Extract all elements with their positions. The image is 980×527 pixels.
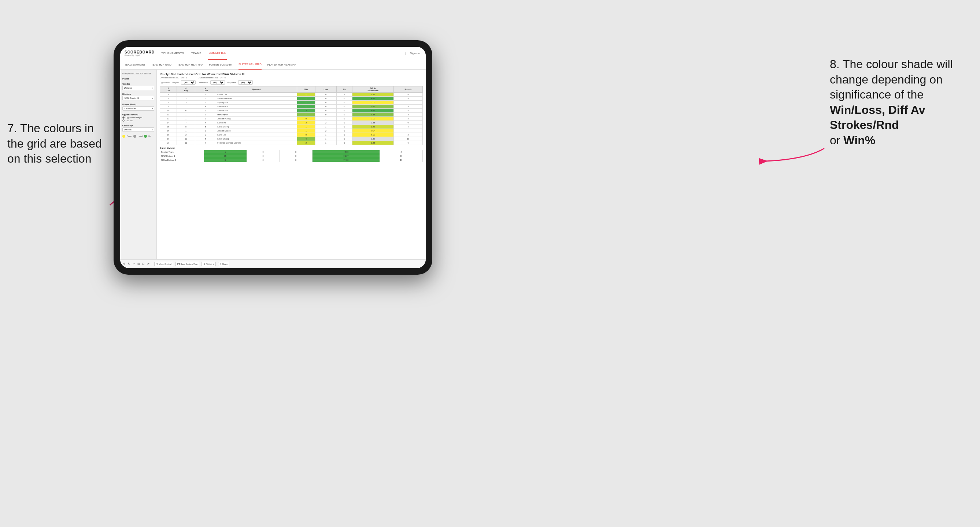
- step-back-icon[interactable]: ↩: [133, 262, 135, 265]
- paste-icon[interactable]: ⊟: [142, 262, 145, 265]
- sub-nav-player-h2h-heatmap[interactable]: PLAYER H2H HEATMAP: [267, 60, 296, 70]
- cell-div: 10: [160, 109, 177, 113]
- annotation-left: 7. The colours in the grid are based on …: [7, 121, 106, 167]
- cell-loss: 1: [315, 137, 336, 141]
- nav-item-teams[interactable]: TEAMS: [191, 47, 202, 60]
- cell-rounds: 2: [393, 117, 422, 121]
- cell-tie: 0: [336, 105, 352, 109]
- overall-record: Overall Record: 353 - 34 - 6: [160, 76, 187, 79]
- table-row: 15 8 5 Stella Cheng 1 1 0 1.25 4: [160, 125, 423, 129]
- ood-cell-win: 5: [204, 158, 247, 162]
- ood-cell-loss: 0: [247, 150, 279, 154]
- ood-cell-diff: 4.500: [312, 150, 380, 154]
- cell-loss: 1: [315, 133, 336, 137]
- grid-records: Overall Record: 353 - 34 - 6 Division Re…: [160, 76, 423, 79]
- cell-diff: 1.25: [352, 125, 394, 129]
- colour-by-select[interactable]: Win/loss: [123, 127, 154, 132]
- sign-out-button[interactable]: Sign out: [409, 47, 421, 60]
- cell-conf: 1: [195, 93, 216, 97]
- share-button[interactable]: ⇧ Share: [218, 262, 230, 266]
- cell-tie: 0: [336, 97, 352, 101]
- sub-nav: TEAM SUMMARY TEAM H2H GRID TEAM H2H HEAT…: [120, 60, 426, 70]
- copy-icon[interactable]: ⊞: [137, 262, 140, 265]
- cell-win: 2: [297, 141, 315, 145]
- view-original-button[interactable]: 👁 View: Original: [154, 262, 173, 266]
- cell-win: 1: [297, 125, 315, 129]
- cell-name: Federica Domecq Lacroze: [216, 141, 297, 145]
- tablet-screen: SCOREBOARD Powered by clippd TOURNAMENTS…: [120, 47, 426, 268]
- undo-icon[interactable]: ↺: [123, 262, 126, 265]
- cell-loss: 0: [315, 101, 336, 105]
- cell-reg: 1: [177, 105, 195, 109]
- radio-top100[interactable]: Top 100: [123, 119, 154, 122]
- cell-rounds: 11: [393, 137, 422, 141]
- cell-diff: 1.33: [352, 141, 394, 145]
- cell-loss: 0: [315, 105, 336, 109]
- division-section: Division NCAA Division III: [123, 93, 154, 100]
- logo-area: SCOREBOARD Powered by clippd: [124, 51, 154, 56]
- table-row: 19 10 6 Emily Chang 4 1 0 0.30 11: [160, 137, 423, 141]
- player-rank-select-wrap: 8. Katelyn Vo: [123, 106, 154, 111]
- ood-cell-win: 15: [204, 154, 247, 158]
- refresh-icon[interactable]: ⟳: [147, 262, 150, 265]
- cell-tie: 0: [336, 101, 352, 105]
- redo-icon[interactable]: ↻: [128, 262, 130, 265]
- sub-nav-player-h2h-grid[interactable]: PLAYER H2H GRID: [239, 60, 262, 70]
- ood-cell-rounds: 2: [380, 150, 423, 154]
- table-row: 6 3 3 Sydney Kuo 1 0 0 -1.00: [160, 101, 423, 105]
- cell-reg: 2: [177, 97, 195, 101]
- player-rank-select[interactable]: 8. Katelyn Vo: [123, 106, 154, 111]
- cell-win: 1: [297, 113, 315, 117]
- nav-right: | Sign out: [406, 47, 421, 60]
- filter-region-select[interactable]: (All): [181, 80, 196, 84]
- cell-loss: 0: [315, 109, 336, 113]
- cell-rounds: 4: [393, 93, 422, 97]
- ood-cell-rounds: 10: [380, 158, 423, 162]
- watch-icon: 👁: [203, 263, 205, 265]
- division-record: Division Record: 331 - 34 - 6: [198, 76, 226, 79]
- cell-reg: 1: [177, 117, 195, 121]
- division-select[interactable]: NCAA Division III: [123, 96, 154, 100]
- radio-opponents-played[interactable]: Opponents Played: [123, 116, 154, 119]
- cell-name: Sydney Kuo: [216, 101, 297, 105]
- legend-label-down: Down: [127, 135, 132, 137]
- cell-name: Emily Chang: [216, 137, 297, 141]
- sub-nav-player-summary[interactable]: PLAYER SUMMARY: [209, 60, 233, 70]
- cell-loss: 1: [315, 141, 336, 145]
- ood-cell-tie: 0: [280, 150, 312, 154]
- cell-win: 4: [297, 137, 315, 141]
- filter-conference-select[interactable]: (All): [210, 80, 225, 84]
- save-custom-view-button[interactable]: 💾 Save Custom View: [175, 262, 199, 266]
- filter-opponent-label: Opponent: [227, 81, 236, 84]
- gender-label: Gender: [123, 83, 154, 85]
- table-row: 14 7 4 Eunice Yi 2 2 0 0.38 9: [160, 121, 423, 125]
- cell-tie: 1: [336, 93, 352, 97]
- cell-div: 5: [160, 97, 177, 101]
- sub-nav-team-h2h-grid[interactable]: TEAM H2H GRID: [151, 60, 172, 70]
- table-row: 11 1 1 Heejo Hyun 1 0 0 3.33 3: [160, 113, 423, 117]
- cell-conf: 1: [195, 113, 216, 117]
- th-tie: Tie: [336, 86, 352, 93]
- gender-select[interactable]: Women's: [123, 86, 154, 90]
- nav-item-committee[interactable]: COMMITTEE: [208, 47, 227, 60]
- th-div: #Div: [160, 86, 177, 93]
- cell-div: 14: [160, 121, 177, 125]
- cell-conf: 3: [195, 101, 216, 105]
- cell-name: Eunice Yi: [216, 121, 297, 125]
- filter-row: Opponents: Region (All) Conference (All)…: [160, 80, 423, 84]
- cell-reg: 8: [177, 125, 195, 129]
- table-row: 10 6 3 Andrea York 2 0 0 4.00 4: [160, 109, 423, 113]
- share-icon: ⇧: [220, 263, 222, 265]
- ood-table: Foreign Team 1 0 0 4.500 2 NAIA Division…: [160, 150, 423, 162]
- watch-button[interactable]: 👁 Watch ▾: [202, 262, 215, 266]
- division-select-wrap: NCAA Division III: [123, 96, 154, 100]
- cell-rounds: 3: [393, 97, 422, 101]
- sub-nav-team-summary[interactable]: TEAM SUMMARY: [124, 60, 145, 70]
- radio-dot-top100: [123, 119, 124, 122]
- player-label: Player: [123, 78, 154, 80]
- sub-nav-team-h2h-heatmap[interactable]: TEAM H2H HEATMAP: [177, 60, 203, 70]
- nav-item-tournaments[interactable]: TOURNAMENTS: [161, 47, 185, 60]
- out-of-division-label: Out of division: [160, 147, 423, 149]
- ood-cell-rounds: 30: [380, 154, 423, 158]
- filter-opponent-select[interactable]: (All): [238, 80, 253, 84]
